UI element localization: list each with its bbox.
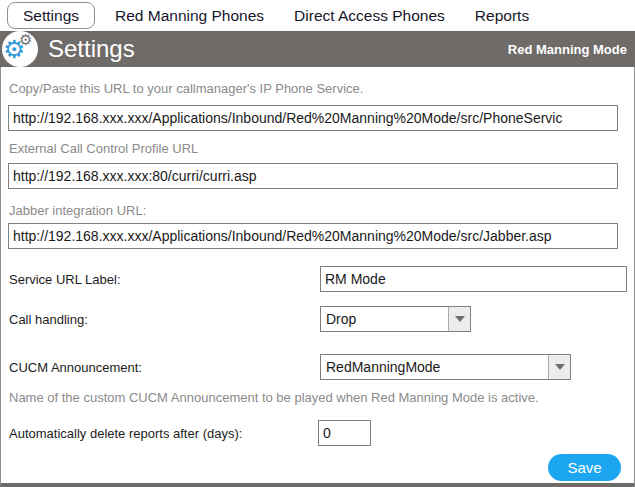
phone-service-url-input[interactable]: [8, 105, 618, 131]
settings-form: Copy/Paste this URL to your callmanager'…: [0, 67, 635, 487]
gear-gray-icon: ⚙: [19, 33, 32, 48]
tab-reports[interactable]: Reports: [475, 4, 529, 28]
jabber-url-label: Jabber integration URL:: [9, 203, 146, 218]
tab-red-manning-phones[interactable]: Red Manning Phones: [115, 4, 264, 28]
call-handling-label: Call handling:: [9, 312, 88, 327]
service-url-label-label: Service URL Label:: [9, 272, 121, 287]
page-title: Settings: [48, 35, 135, 63]
external-call-control-url-label: External Call Control Profile URL: [9, 141, 198, 156]
auto-delete-days-input[interactable]: [318, 420, 371, 446]
gears-icon: ⚙ ⚙: [2, 31, 38, 67]
phone-service-url-label: Copy/Paste this URL to your callmanager'…: [9, 81, 363, 96]
tab-direct-access-phones[interactable]: Direct Access Phones: [294, 4, 445, 28]
jabber-url-input[interactable]: [8, 223, 618, 249]
mode-badge: Red Manning Mode: [508, 42, 627, 57]
auto-delete-days-label: Automatically delete reports after (days…: [9, 426, 242, 441]
service-url-label-input[interactable]: [320, 266, 627, 292]
page-header: ⚙ ⚙ Settings Red Manning Mode: [0, 31, 635, 67]
cucm-announcement-select[interactable]: RedManningMode: [320, 354, 571, 380]
save-button[interactable]: Save: [548, 454, 621, 481]
external-call-control-url-input[interactable]: [8, 163, 618, 189]
cucm-announcement-help-text: Name of the custom CUCM Announcement to …: [9, 390, 539, 405]
call-handling-select[interactable]: Drop: [320, 306, 471, 332]
tab-settings[interactable]: Settings: [7, 2, 95, 30]
cucm-announcement-selected-value: RedManningMode: [321, 359, 548, 375]
cucm-announcement-label: CUCM Announcement:: [9, 360, 142, 375]
chevron-down-icon[interactable]: [548, 355, 570, 379]
chevron-down-icon[interactable]: [448, 307, 470, 331]
top-tab-bar: Settings Red Manning Phones Direct Acces…: [0, 0, 635, 31]
call-handling-selected-value: Drop: [321, 311, 448, 327]
